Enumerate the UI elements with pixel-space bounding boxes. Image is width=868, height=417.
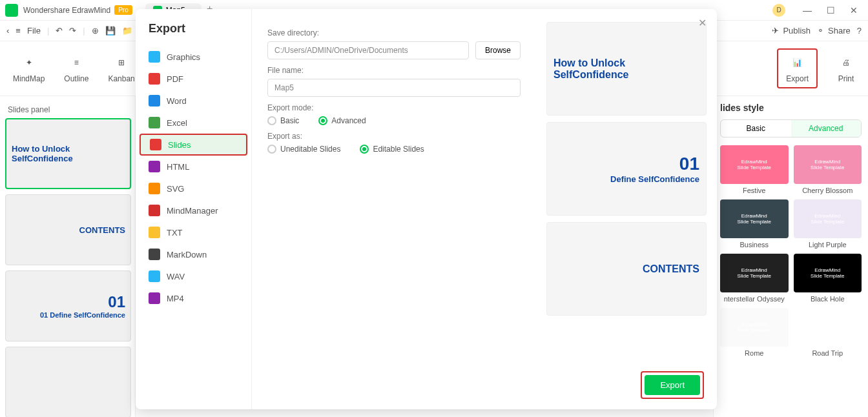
mindmap-view-button[interactable]: ✦MindMap [13, 54, 45, 83]
export-format-mindmanager[interactable]: MindManager [136, 199, 251, 221]
style-festive[interactable]: EdrawMindSlide TemplateFestive [720, 145, 789, 194]
export-format-wav[interactable]: WAV [136, 265, 251, 287]
export-format-sidebar: Export GraphicsPDFWordExcelSlidesHTMLSVG… [136, 9, 252, 409]
user-avatar[interactable]: D [772, 4, 785, 17]
format-icon [149, 95, 160, 107]
style-black-hole[interactable]: EdrawMindSlide TemplateBlack Hole [794, 254, 862, 303]
export-modal-title: Export [136, 22, 251, 46]
export-options-panel: Save directory: Browse File name: Export… [252, 9, 536, 409]
style-mode-toggle: Basic Advanced [720, 119, 862, 137]
export-format-excel[interactable]: Excel [136, 112, 251, 134]
style-thumb-icon: EdrawMindSlide Template [794, 199, 862, 238]
export-format-graphics[interactable]: Graphics [136, 46, 251, 68]
format-icon [149, 117, 160, 128]
format-icon [149, 51, 160, 63]
editable-radio[interactable]: Editable Slides [360, 145, 424, 154]
new-icon[interactable]: ⊕ [92, 26, 99, 36]
preview-slide-3[interactable]: CONTENTS [546, 222, 707, 316]
file-menu[interactable]: File [27, 26, 41, 36]
redo-button[interactable]: ↷ [69, 26, 76, 36]
folder-icon[interactable]: 📁 [122, 26, 132, 36]
slides-panel-title: Slides panel [5, 101, 130, 118]
format-icon [149, 161, 160, 172]
export-ppt-icon: 📊 [789, 54, 807, 72]
maximize-button[interactable]: ☐ [822, 4, 840, 17]
radio-checked-icon [318, 116, 327, 125]
save-dir-label: Save directory: [267, 28, 521, 37]
radio-icon [267, 145, 276, 154]
style-thumb-icon: EdrawMindSlide Template [794, 254, 862, 292]
print-icon: 🖨 [837, 54, 855, 72]
file-name-input[interactable] [267, 79, 521, 97]
outline-view-button[interactable]: ≡Outline [64, 54, 88, 83]
export-format-slides[interactable]: Slides [140, 134, 247, 156]
save-dir-input[interactable] [267, 41, 469, 59]
style-nterstellar-odyssey[interactable]: EdrawMindSlide Templatenterstellar Odyss… [720, 254, 789, 303]
style-rome[interactable]: EdrawMindSlide TemplateRome [720, 308, 789, 357]
save-icon[interactable]: 💾 [105, 26, 116, 36]
style-thumb-icon: EdrawMindSlide Template [794, 308, 862, 347]
export-as-label: Export as: [267, 132, 521, 141]
style-thumb-icon: EdrawMindSlide Template [720, 145, 789, 184]
print-button[interactable]: 🖨Print [837, 54, 855, 83]
slide-thumb-1[interactable]: How to Unlock SelfConfidence [5, 118, 131, 189]
export-format-markdown[interactable]: MarkDown [136, 243, 251, 265]
back-button[interactable]: ‹ [6, 26, 9, 36]
window-controls: D — ☐ ✕ [772, 4, 863, 17]
format-icon [149, 227, 160, 238]
outline-icon: ≡ [67, 54, 85, 72]
close-modal-button[interactable]: ✕ [698, 17, 707, 29]
export-format-svg[interactable]: SVG [136, 178, 251, 199]
format-icon [149, 73, 160, 85]
preview-slide-2[interactable]: 01Define SelfConfidence [546, 122, 707, 216]
publish-icon: ✈ [772, 26, 779, 36]
export-mode-label: Export mode: [267, 103, 521, 112]
mode-basic-radio[interactable]: Basic [267, 116, 299, 125]
share-button[interactable]: ⚬Share [817, 26, 851, 36]
export-format-txt[interactable]: TXT [136, 221, 251, 243]
style-thumb-icon: EdrawMindSlide Template [720, 308, 789, 347]
browse-button[interactable]: Browse [475, 41, 521, 59]
menu-icon[interactable]: ≡ [16, 26, 21, 36]
kanban-view-button[interactable]: ⊞Kanban [108, 54, 134, 83]
format-icon [149, 270, 160, 282]
export-preview-panel: How to Unlock SelfConfidence 01Define Se… [536, 9, 717, 409]
export-format-html[interactable]: HTML [136, 156, 251, 178]
share-icon: ⚬ [817, 26, 824, 36]
slide-thumb-4[interactable] [5, 347, 131, 417]
export-ribbon-button[interactable]: 📊Export [777, 48, 818, 88]
format-icon [149, 205, 160, 216]
style-grid: EdrawMindSlide TemplateFestiveEdrawMindS… [720, 145, 862, 357]
slides-style-panel: lides style Basic Advanced EdrawMindSlid… [713, 96, 868, 417]
export-format-mp4[interactable]: MP4 [136, 287, 251, 309]
pro-badge: Pro [114, 5, 132, 15]
style-basic-tab[interactable]: Basic [721, 120, 791, 137]
style-cherry-blossom[interactable]: EdrawMindSlide TemplateCherry Blossom [794, 145, 862, 194]
export-format-pdf[interactable]: PDF [136, 68, 251, 90]
preview-slide-1[interactable]: How to Unlock SelfConfidence [546, 22, 707, 116]
close-button[interactable]: ✕ [845, 4, 863, 17]
uneditable-radio[interactable]: Uneditable Slides [267, 145, 340, 154]
export-modal: ✕ Export GraphicsPDFWordExcelSlidesHTMLS… [136, 9, 717, 409]
style-thumb-icon: EdrawMindSlide Template [794, 145, 862, 184]
mode-advanced-radio[interactable]: Advanced [318, 116, 366, 125]
style-light-purple[interactable]: EdrawMindSlide TemplateLight Purple [794, 199, 862, 249]
publish-button[interactable]: ✈Publish [772, 26, 811, 36]
format-icon [149, 292, 160, 304]
format-icon [150, 139, 161, 150]
style-business[interactable]: EdrawMindSlide TemplateBusiness [720, 199, 789, 249]
slide-thumb-2[interactable]: CONTENTS [5, 194, 131, 265]
format-icon [149, 249, 160, 260]
minimize-button[interactable]: — [798, 4, 816, 17]
slides-panel: Slides panel How to Unlock SelfConfidenc… [0, 96, 136, 417]
style-road-trip[interactable]: EdrawMindSlide TemplateRoad Trip [794, 308, 862, 357]
undo-button[interactable]: ↶ [56, 26, 63, 36]
radio-checked-icon [360, 145, 369, 154]
slide-thumb-3[interactable]: 0101 Define SelfConfidence [5, 270, 131, 341]
export-confirm-button[interactable]: Export [645, 375, 700, 395]
help-icon[interactable]: ? [857, 26, 862, 36]
radio-icon [267, 116, 276, 125]
style-advanced-tab[interactable]: Advanced [791, 120, 862, 137]
export-format-word[interactable]: Word [136, 90, 251, 112]
file-name-label: File name: [267, 66, 521, 75]
